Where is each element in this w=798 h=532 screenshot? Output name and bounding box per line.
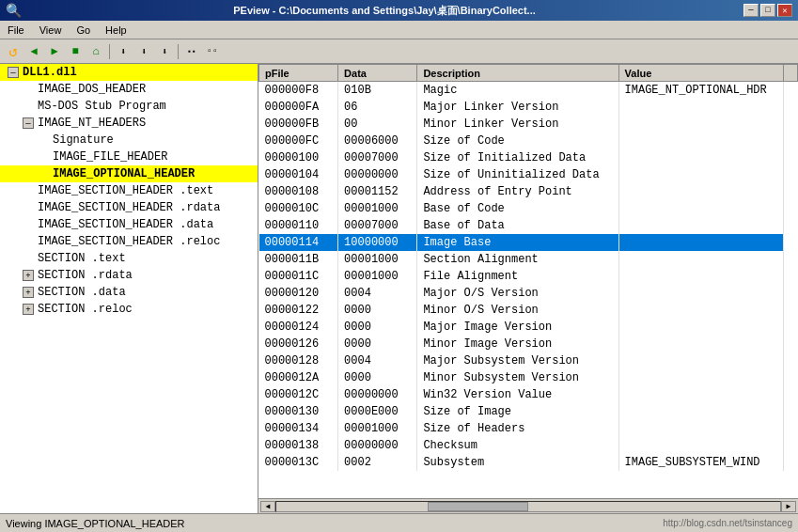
- table-cell-description: Win32 Version Value: [417, 386, 618, 403]
- tree-item-dll1[interactable]: ─DLL1.dll: [0, 64, 258, 81]
- table-cell-pfile: 00000126: [259, 336, 338, 352]
- horizontal-scrollbar[interactable]: ◀ ▶: [258, 498, 798, 513]
- table-cell-value: [618, 352, 783, 369]
- menu-item-file[interactable]: File: [4, 23, 28, 37]
- table-cell-data: 00001000: [338, 420, 417, 437]
- tree-expander-sec-rdata[interactable]: +: [23, 270, 34, 281]
- toolbar-size-s[interactable]: ▪▪: [182, 42, 201, 61]
- tree-item-sec-reloc[interactable]: +SECTION .reloc: [0, 301, 258, 318]
- table-body: 000000F8010BMagicIMAGE_NT_OPTIONAL_HDR00…: [259, 82, 798, 471]
- table-cell-data: 0002: [338, 454, 417, 471]
- window-title: PEview - C:\Documents and Settings\Jay\桌…: [233, 4, 536, 18]
- table-row[interactable]: 0000013C0002SubsystemIMAGE_SUBSYSTEM_WIN…: [259, 454, 798, 471]
- tree-expander-sec-data[interactable]: +: [23, 287, 34, 298]
- table-cell-pfile: 000000FC: [259, 133, 338, 149]
- tree-item-nt-headers[interactable]: ─IMAGE_NT_HEADERS: [0, 115, 258, 132]
- table-cell-value: [618, 133, 783, 149]
- tree-item-sec-text[interactable]: SECTION .text: [0, 250, 258, 267]
- table-row[interactable]: 0000010800001152Address of Entry Point: [259, 183, 798, 200]
- table-cell-data: 00000000: [338, 437, 417, 454]
- table-cell-description: Section Alignment: [417, 251, 618, 268]
- toolbar-down1[interactable]: ⬇: [114, 42, 133, 61]
- tree-item-dos-header[interactable]: IMAGE_DOS_HEADER: [0, 81, 258, 98]
- table-panel: pFileDataDescriptionValue 000000F8010BMa…: [258, 64, 798, 513]
- table-cell-data: 00000000: [338, 166, 417, 183]
- table-col-description: Description: [417, 65, 618, 82]
- tree-item-section-text[interactable]: IMAGE_SECTION_HEADER .text: [0, 182, 258, 199]
- tree-item-signature[interactable]: Signature: [0, 132, 258, 149]
- minimize-button[interactable]: ─: [743, 4, 759, 17]
- toolbar-back[interactable]: ◀: [24, 42, 43, 61]
- table-row[interactable]: 0000010C00001000Base of Code: [259, 200, 798, 217]
- table-row[interactable]: 0000013800000000Checksum: [259, 437, 798, 454]
- toolbar-refresh[interactable]: ↺: [4, 42, 23, 61]
- table-row[interactable]: 000001200004Major O/S Version: [259, 285, 798, 302]
- table-row[interactable]: 0000011000007000Base of Data: [259, 217, 798, 234]
- tree-item-section-reloc[interactable]: IMAGE_SECTION_HEADER .reloc: [0, 233, 258, 250]
- table-cell-value: [618, 116, 783, 133]
- toolbar-size-m[interactable]: ▫▫: [203, 42, 222, 61]
- table-cell-data: 00007000: [338, 217, 417, 234]
- menu-item-view[interactable]: View: [36, 23, 66, 37]
- table-cell-pfile: 0000012C: [259, 386, 338, 403]
- table-row[interactable]: 000001240000Major Image Version: [259, 319, 798, 336]
- table-cell-pfile: 00000122: [259, 302, 338, 319]
- scroll-right-arrow[interactable]: ▶: [781, 501, 796, 512]
- tree-item-section-rdata[interactable]: IMAGE_SECTION_HEADER .rdata: [0, 199, 258, 216]
- toolbar-forward[interactable]: ▶: [45, 42, 64, 61]
- table-row[interactable]: 0000010000007000Size of Initialized Data: [259, 149, 798, 166]
- table-row[interactable]: 000001280004Major Subsystem Version: [259, 352, 798, 369]
- table-row[interactable]: 000000FB00Minor Linker Version: [259, 116, 798, 133]
- table-row[interactable]: 0000011C00001000File Alignment: [259, 268, 798, 285]
- tree-label-section-text: IMAGE_SECTION_HEADER .text: [38, 184, 213, 197]
- table-cell-pfile: 00000108: [259, 183, 338, 200]
- table-cell-pfile: 0000011C: [259, 268, 338, 285]
- table-cell-data: 10000000: [338, 234, 417, 251]
- tree-expander-sec-reloc[interactable]: +: [23, 304, 34, 315]
- tree-expander-dll1[interactable]: ─: [8, 67, 19, 78]
- tree-expander-nt-headers[interactable]: ─: [23, 117, 34, 129]
- table-cell-pfile: 0000013C: [259, 454, 338, 471]
- menu-item-help[interactable]: Help: [102, 23, 131, 37]
- table-cell-data: 0000E000: [338, 403, 417, 420]
- table-scroll[interactable]: pFileDataDescriptionValue 000000F8010BMa…: [258, 64, 798, 498]
- menu-item-go[interactable]: Go: [72, 23, 94, 37]
- scroll-left-arrow[interactable]: ◀: [260, 501, 275, 512]
- table-row[interactable]: 000001260000Minor Image Version: [259, 336, 798, 352]
- table-row[interactable]: 0000012C00000000Win32 Version Value: [259, 386, 798, 403]
- toolbar-stop[interactable]: ■: [66, 42, 85, 61]
- table-row[interactable]: 0000010400000000Size of Uninitialized Da…: [259, 166, 798, 183]
- table-cell-value: [618, 319, 783, 336]
- tree-item-msdos-stub[interactable]: MS-DOS Stub Program: [0, 98, 258, 115]
- table-cell-pfile: 00000100: [259, 149, 338, 166]
- table-cell-data: 0004: [338, 285, 417, 302]
- table-row[interactable]: 0000011410000000Image Base: [259, 234, 798, 251]
- tree-panel[interactable]: ─DLL1.dllIMAGE_DOS_HEADERMS-DOS Stub Pro…: [0, 64, 258, 513]
- maximize-button[interactable]: □: [760, 4, 775, 17]
- table-row[interactable]: 000001220000Minor O/S Version: [259, 302, 798, 319]
- tree-label-optional-header: IMAGE_OPTIONAL_HEADER: [53, 167, 195, 180]
- tree-item-section-data[interactable]: IMAGE_SECTION_HEADER .data: [0, 216, 258, 233]
- table-row[interactable]: 0000011B00001000Section Alignment: [259, 251, 798, 268]
- tree-item-file-header[interactable]: IMAGE_FILE_HEADER: [0, 149, 258, 165]
- tree-item-sec-rdata[interactable]: +SECTION .rdata: [0, 267, 258, 284]
- table-cell-pfile: 00000110: [259, 217, 338, 234]
- table-row[interactable]: 000000F8010BMagicIMAGE_NT_OPTIONAL_HDR: [259, 82, 798, 99]
- table-cell-pfile: 00000120: [259, 285, 338, 302]
- tree-item-optional-header[interactable]: IMAGE_OPTIONAL_HEADER: [0, 165, 258, 182]
- toolbar-down2[interactable]: ⬇: [134, 42, 153, 61]
- table-row[interactable]: 000000FC00006000Size of Code: [259, 133, 798, 149]
- table-row[interactable]: 000000FA06Major Linker Version: [259, 99, 798, 116]
- table-row[interactable]: 0000013400001000Size of Headers: [259, 420, 798, 437]
- table-cell-pfile: 00000138: [259, 437, 338, 454]
- toolbar-down3[interactable]: ⬇: [155, 42, 174, 61]
- close-button[interactable]: ✕: [777, 4, 792, 17]
- scroll-track[interactable]: [275, 501, 781, 512]
- table-row[interactable]: 0000012A0000Minor Subsystem Version: [259, 369, 798, 386]
- table-cell-value: [618, 285, 783, 302]
- toolbar-home[interactable]: ⌂: [86, 42, 105, 61]
- table-cell-description: Major Linker Version: [417, 99, 618, 116]
- scroll-thumb[interactable]: [428, 502, 528, 511]
- tree-item-sec-data[interactable]: +SECTION .data: [0, 284, 258, 301]
- table-row[interactable]: 000001300000E000Size of Image: [259, 403, 798, 420]
